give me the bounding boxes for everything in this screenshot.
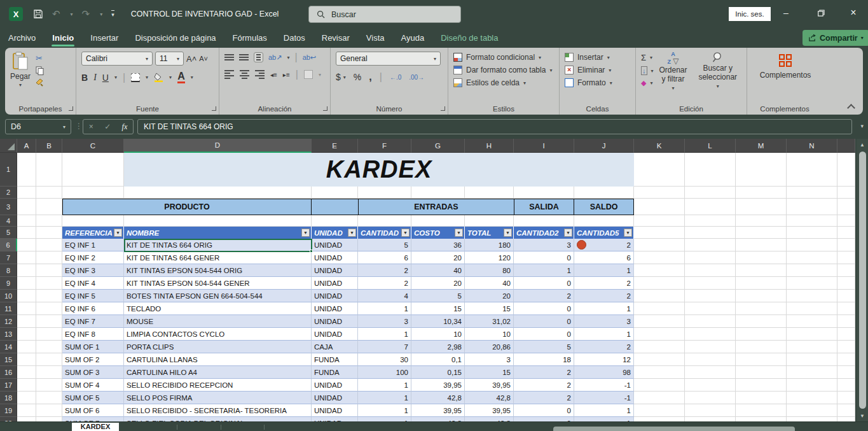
- cell-referencia[interactable]: SUM OF 1: [62, 341, 124, 353]
- column-header-D[interactable]: D: [124, 139, 312, 153]
- cell-nombre[interactable]: CARTULINA HILO A4: [124, 366, 312, 379]
- underline-button[interactable]: U: [102, 73, 109, 83]
- cell-total[interactable]: 15: [465, 302, 514, 315]
- cell-cantidad2[interactable]: 0: [514, 417, 574, 421]
- group-header-saldo[interactable]: SALDO: [574, 199, 634, 215]
- fill-button[interactable]: ↓▾: [641, 66, 654, 75]
- number-dialog-launcher-icon[interactable]: [441, 106, 445, 111]
- cell-referencia[interactable]: SUM OF 2: [62, 353, 124, 366]
- font-color-caret-icon[interactable]: ▾: [191, 74, 193, 80]
- formula-input[interactable]: KIT DE TINTAS 664 ORIG: [137, 119, 852, 134]
- cell-styles-button[interactable]: Estilos de celda▾: [453, 78, 555, 87]
- cell-referencia[interactable]: EQ INF 8: [62, 328, 124, 341]
- sheet-tab-kardex[interactable]: KARDEX: [72, 423, 119, 431]
- cell-cantidad5[interactable]: 2: [574, 277, 634, 290]
- row-header-16[interactable]: 16: [0, 366, 17, 379]
- row-header-6[interactable]: 6: [0, 239, 17, 251]
- cell-unidad[interactable]: UNIDAD: [312, 328, 358, 341]
- cell-cantidad5[interactable]: 6: [574, 251, 634, 264]
- cell-referencia[interactable]: EQ INF 7: [62, 315, 124, 328]
- cell-cantidad5[interactable]: 1: [574, 417, 634, 421]
- cell-cantidad2[interactable]: 2: [514, 379, 574, 392]
- cell-cantidad5[interactable]: -1: [574, 379, 634, 392]
- row-header-13[interactable]: 13: [0, 328, 17, 341]
- percent-icon[interactable]: %: [354, 72, 361, 82]
- vertical-scrollbar[interactable]: ▲ ▼: [857, 139, 868, 421]
- cell-unidad[interactable]: CAJA: [312, 341, 358, 353]
- cell-referencia[interactable]: EQ INF 3: [62, 264, 124, 277]
- column-header-I[interactable]: I: [514, 139, 574, 153]
- cell-cantidad5[interactable]: 1: [574, 264, 634, 277]
- tab-ayuda[interactable]: Ayuda: [393, 28, 433, 48]
- cell-cantidad5[interactable]: -1: [574, 392, 634, 404]
- filter-button-cantidad5[interactable]: ▼: [624, 229, 632, 237]
- cell-cantidad[interactable]: 1: [358, 379, 411, 392]
- cell-cantidad2[interactable]: 5: [514, 341, 574, 353]
- column-header-M[interactable]: M: [736, 139, 787, 153]
- cell-cantidad[interactable]: 2: [358, 264, 411, 277]
- column-header-G[interactable]: G: [411, 139, 465, 153]
- cell-costo[interactable]: 0,1: [411, 353, 465, 366]
- tab-datos[interactable]: Datos: [275, 28, 313, 48]
- cell-costo[interactable]: 10,34: [411, 315, 465, 328]
- row-header-8[interactable]: 8: [0, 264, 17, 277]
- cell-unidad[interactable]: UNIDAD: [312, 290, 358, 302]
- row-header-14[interactable]: 14: [0, 341, 17, 353]
- close-button[interactable]: ×: [839, 0, 868, 25]
- cell-nombre[interactable]: SELLO FIEL COPIA DEL ORIGINAL: [124, 417, 312, 421]
- filter-button-referencia[interactable]: ▼: [114, 229, 122, 237]
- cell-cantidad[interactable]: 1: [358, 302, 411, 315]
- restore-button[interactable]: [806, 0, 836, 25]
- tab-disposicion[interactable]: Disposición de página: [127, 28, 224, 48]
- cell-cantidad2[interactable]: 0: [514, 315, 574, 328]
- cell-total[interactable]: 42,8: [465, 417, 514, 421]
- share-button[interactable]: Compartir ▾: [803, 30, 868, 46]
- cell-nombre[interactable]: KIT TINTAS EPSON 504-544 GENER: [124, 277, 312, 290]
- orientation-caret-icon[interactable]: ▾: [287, 55, 289, 60]
- cell-costo[interactable]: 42,8: [411, 417, 465, 421]
- cell-referencia[interactable]: EQ INF 1: [62, 239, 124, 251]
- cell-total[interactable]: 15: [465, 366, 514, 379]
- increase-indent-icon[interactable]: ▸≡: [283, 71, 290, 78]
- format-painter-icon[interactable]: [36, 78, 45, 87]
- alignment-dialog-launcher-icon[interactable]: [323, 106, 327, 111]
- align-middle-icon[interactable]: [239, 54, 249, 60]
- cell-nombre[interactable]: BOTES TINTA EPSON GEN 664-504-544: [124, 290, 312, 302]
- cell-nombre[interactable]: LIMPIA CONTACTOS CYCLO: [124, 328, 312, 341]
- tab-insertar[interactable]: Insertar: [82, 28, 127, 48]
- cell-cantidad[interactable]: 4: [358, 290, 411, 302]
- row-header-19[interactable]: 19: [0, 404, 17, 417]
- currency-icon[interactable]: $: [336, 72, 341, 82]
- cell-unidad[interactable]: UNIDAD: [312, 251, 358, 264]
- cell-total[interactable]: 120: [465, 251, 514, 264]
- cell-costo[interactable]: 20: [411, 277, 465, 290]
- cell-costo[interactable]: 20: [411, 251, 465, 264]
- cell-referencia[interactable]: EQ INF 2: [62, 251, 124, 264]
- cell-total[interactable]: 39,95: [465, 379, 514, 392]
- cell-unidad[interactable]: FUNDA: [312, 353, 358, 366]
- insert-function-icon[interactable]: fx: [122, 122, 128, 132]
- font-name-select[interactable]: Calibri▾: [81, 52, 153, 66]
- cell-cantidad[interactable]: 2: [358, 277, 411, 290]
- cell-cantidad[interactable]: 5: [358, 239, 411, 251]
- scroll-up-icon[interactable]: ▲: [860, 139, 865, 150]
- decrease-font-icon[interactable]: A˅: [199, 55, 208, 62]
- group-header-salida[interactable]: SALIDA: [514, 199, 575, 215]
- filter-button-total[interactable]: ▼: [504, 229, 512, 237]
- cell-cantidad5[interactable]: 2: [574, 239, 634, 251]
- italic-button[interactable]: I: [93, 73, 97, 83]
- borders-icon[interactable]: [131, 73, 140, 82]
- row-header-5[interactable]: 5: [0, 227, 17, 239]
- cell-referencia[interactable]: EQ INF 5: [62, 290, 124, 302]
- number-format-select[interactable]: General▾: [336, 52, 441, 66]
- tab-inicio[interactable]: Inicio: [44, 28, 82, 48]
- scroll-down-icon[interactable]: ▼: [860, 410, 865, 421]
- group-header-producto[interactable]: PRODUCTO: [62, 199, 312, 215]
- delete-cells-button[interactable]: Eliminar▾: [565, 66, 631, 74]
- align-center-icon[interactable]: [240, 70, 249, 79]
- cell-cantidad[interactable]: 1: [358, 392, 411, 404]
- cell-referencia[interactable]: SUM OF 7: [62, 417, 124, 421]
- cell-referencia[interactable]: SUM OF 5: [62, 392, 124, 404]
- column-header-H[interactable]: H: [465, 139, 514, 153]
- cell-cantidad2[interactable]: 0: [514, 302, 574, 315]
